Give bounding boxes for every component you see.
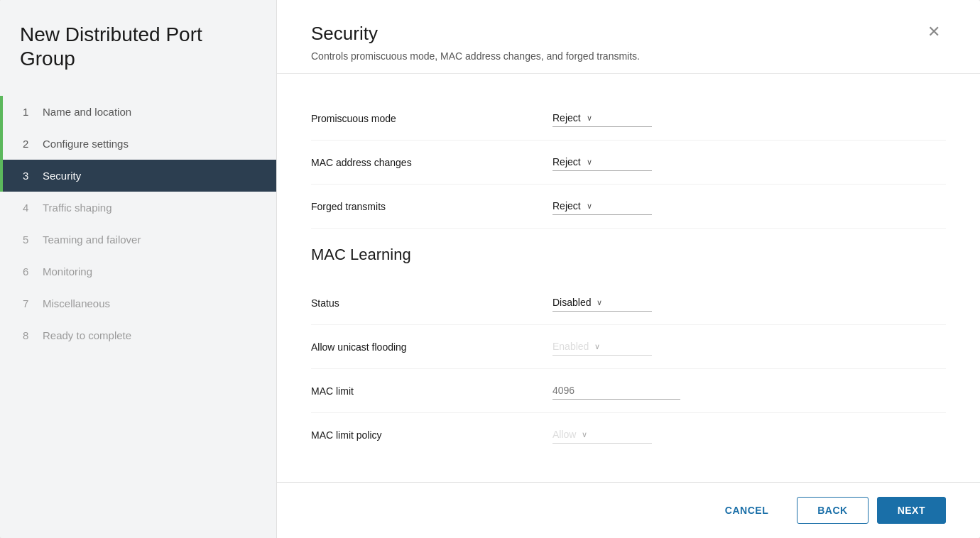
- content-title: Security: [311, 23, 640, 45]
- form-row-forged-transmits: Forged transmits Reject ∨: [311, 185, 946, 229]
- forged-transmits-select[interactable]: Reject ∨: [552, 197, 652, 215]
- forged-transmits-chevron-icon: ∨: [587, 202, 592, 211]
- form-label-promiscuous: Promiscuous mode: [311, 113, 552, 124]
- sidebar-item-miscellaneous[interactable]: 7 Miscellaneous: [0, 287, 276, 319]
- promiscuous-mode-select[interactable]: Reject ∨: [552, 109, 652, 127]
- mac-limit-input[interactable]: [552, 382, 680, 400]
- mac-limit-policy-chevron-icon: ∨: [582, 430, 587, 439]
- sidebar-item-traffic-shaping[interactable]: 4 Traffic shaping: [0, 192, 276, 224]
- form-control-mac-changes: Reject ∨: [552, 153, 946, 171]
- sidebar-item-name-location[interactable]: 1 Name and location: [0, 96, 276, 128]
- step-label-7: Miscellaneous: [43, 297, 110, 309]
- cancel-button[interactable]: CANCEL: [705, 498, 788, 523]
- form-control-promiscuous: Reject ∨: [552, 109, 946, 127]
- form-label-forged-transmits: Forged transmits: [311, 201, 552, 212]
- step-label-4: Traffic shaping: [43, 202, 112, 214]
- step-num-5: 5: [23, 234, 34, 246]
- content-header: Security Controls promiscuous mode, MAC …: [277, 0, 980, 74]
- main-content: Security Controls promiscuous mode, MAC …: [277, 0, 980, 538]
- dialog: New Distributed Port Group 1 Name and lo…: [0, 0, 980, 538]
- status-chevron-icon: ∨: [597, 298, 602, 307]
- forged-transmits-value: Reject: [552, 200, 581, 212]
- mac-changes-chevron-icon: ∨: [587, 158, 592, 167]
- dialog-body: New Distributed Port Group 1 Name and lo…: [0, 0, 980, 538]
- mac-limit-policy-value: Allow: [552, 429, 576, 440]
- form-control-mac-limit: [552, 382, 946, 400]
- step-label-2: Configure settings: [43, 138, 129, 150]
- unicast-flooding-select[interactable]: Enabled ∨: [552, 338, 652, 356]
- step-num-3: 3: [23, 170, 34, 182]
- unicast-flooding-value: Enabled: [552, 341, 589, 352]
- sidebar: New Distributed Port Group 1 Name and lo…: [0, 0, 277, 538]
- sidebar-items: 1 Name and location 2 Configure settings…: [0, 96, 276, 351]
- next-button[interactable]: NEXT: [877, 497, 946, 524]
- step-label-1: Name and location: [43, 106, 131, 118]
- content-subtitle: Controls promiscuous mode, MAC address c…: [311, 50, 640, 62]
- form-label-mac-changes: MAC address changes: [311, 157, 552, 168]
- form-area: Promiscuous mode Reject ∨ MAC address ch…: [277, 74, 980, 482]
- step-num-2: 2: [23, 138, 34, 150]
- form-row-promiscuous: Promiscuous mode Reject ∨: [311, 97, 946, 141]
- form-row-status: Status Disabled ∨: [311, 281, 946, 325]
- step-label-5: Teaming and failover: [43, 234, 141, 246]
- form-control-mac-limit-policy: Allow ∨: [552, 426, 946, 444]
- content-header-left: Security Controls promiscuous mode, MAC …: [311, 23, 640, 62]
- step-num-8: 8: [23, 329, 34, 341]
- mac-address-changes-value: Reject: [552, 156, 581, 168]
- form-label-unicast-flooding: Allow unicast flooding: [311, 341, 552, 353]
- form-control-status: Disabled ∨: [552, 294, 946, 312]
- dialog-footer: CANCEL BACK NEXT: [277, 482, 980, 538]
- promiscuous-mode-value: Reject: [552, 112, 581, 123]
- sidebar-title: New Distributed Port Group: [0, 23, 276, 96]
- step-label-3: Security: [43, 170, 81, 182]
- step-num-7: 7: [23, 297, 34, 309]
- status-select[interactable]: Disabled ∨: [552, 294, 652, 312]
- form-row-mac-limit: MAC limit: [311, 369, 946, 413]
- mac-address-changes-select[interactable]: Reject ∨: [552, 153, 652, 171]
- form-label-mac-limit-policy: MAC limit policy: [311, 429, 552, 441]
- form-label-mac-limit: MAC limit: [311, 385, 552, 397]
- sidebar-item-monitoring[interactable]: 6 Monitoring: [0, 256, 276, 287]
- back-button[interactable]: BACK: [797, 497, 868, 524]
- form-row-unicast-flooding: Allow unicast flooding Enabled ∨: [311, 325, 946, 369]
- step-label-6: Monitoring: [43, 265, 92, 278]
- form-label-status: Status: [311, 297, 552, 309]
- step-label-8: Ready to complete: [43, 329, 131, 341]
- step-num-4: 4: [23, 202, 34, 214]
- mac-learning-section: MAC Learning Status Disabled ∨: [311, 246, 946, 456]
- mac-limit-policy-select[interactable]: Allow ∨: [552, 426, 652, 444]
- step-num-1: 1: [23, 106, 34, 118]
- promiscuous-chevron-icon: ∨: [587, 114, 592, 123]
- sidebar-item-teaming-failover[interactable]: 5 Teaming and failover: [0, 224, 276, 256]
- step-num-6: 6: [23, 265, 34, 278]
- form-control-forged-transmits: Reject ∨: [552, 197, 946, 215]
- close-button[interactable]: ✕: [922, 20, 946, 44]
- sidebar-item-configure-settings[interactable]: 2 Configure settings: [0, 128, 276, 160]
- form-row-mac-limit-policy: MAC limit policy Allow ∨: [311, 413, 946, 456]
- status-value: Disabled: [552, 297, 591, 308]
- mac-learning-title: MAC Learning: [311, 246, 946, 264]
- sidebar-item-ready[interactable]: 8 Ready to complete: [0, 319, 276, 351]
- unicast-flooding-chevron-icon: ∨: [594, 342, 600, 351]
- sidebar-item-security[interactable]: 3 Security: [0, 160, 276, 192]
- form-row-mac-changes: MAC address changes Reject ∨: [311, 141, 946, 185]
- form-control-unicast-flooding: Enabled ∨: [552, 338, 946, 356]
